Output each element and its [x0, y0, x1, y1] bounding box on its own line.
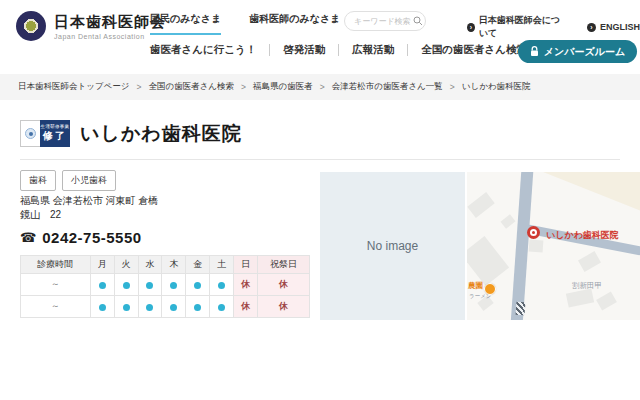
circle-arrow-icon: › [587, 23, 596, 32]
map-area-label: 割新田甲 [572, 281, 602, 291]
members-room-label: メンバーズルーム [544, 45, 625, 59]
map-road-marker-icon [516, 302, 526, 316]
phone-number: 0242-75-5550 [42, 229, 141, 246]
col-header-mon: 月 [90, 256, 114, 274]
clinic-phone: ☎ 0242-75-5550 [20, 229, 142, 246]
site-logo[interactable]: 日本歯科医師会 Japan Dental Association [16, 11, 166, 41]
breadcrumb-separator: > [241, 82, 246, 92]
map-building [529, 240, 544, 253]
map-pin-icon[interactable] [527, 226, 540, 239]
col-header-fri: 金 [186, 256, 210, 274]
open-dot-icon [218, 304, 225, 311]
nav-divider [269, 44, 270, 56]
col-header-hours: 診療時間 [21, 256, 91, 274]
clinic-name: いしかわ歯科医院 [80, 121, 242, 147]
site-header: 日本歯科医師会 Japan Dental Association 国民のみなさま… [0, 0, 640, 74]
english-label: ENGLISH [600, 22, 640, 32]
breadcrumb-separator: > [137, 82, 142, 92]
lock-icon [530, 46, 539, 57]
members-room-button[interactable]: メンバーズルーム [518, 40, 637, 63]
map-poi-label: 農園 [468, 281, 483, 291]
badge-completed-label: 修了 [43, 129, 67, 143]
seal-icon [20, 120, 40, 147]
nav-item-citizens[interactable]: 国民のみなさま [150, 12, 221, 35]
nav-item-go-to-dentist[interactable]: 歯医者さんに行こう！ [150, 43, 256, 57]
map-building [501, 214, 516, 228]
address-line-1: 福島県 会津若松市 河東町 倉橋 [20, 194, 158, 208]
breadcrumb-search[interactable]: 全国の歯医者さん検索 [148, 81, 234, 93]
department-tag-pediatric: 小児歯科 [62, 170, 116, 191]
breadcrumb-home[interactable]: 日本歯科医師会トップページ [18, 81, 130, 93]
search-input[interactable] [354, 17, 412, 26]
breadcrumb-prefecture[interactable]: 福島県の歯医者 [253, 81, 313, 93]
map-pin-label: いしかわ歯科医院 [546, 229, 619, 242]
col-header-wed: 水 [138, 256, 162, 274]
closed-cell: 休 [234, 274, 258, 296]
training-completion-badge: 生涯研修事業 修了 [20, 120, 70, 147]
nav-divider [407, 44, 408, 56]
open-dot-icon [194, 304, 201, 311]
open-dot-icon [146, 304, 153, 311]
primary-nav: 国民のみなさま 歯科医師のみなさま [150, 12, 340, 35]
time-range: ～ [21, 274, 91, 296]
open-dot-icon [123, 282, 130, 289]
closed-cell: 休 [258, 296, 310, 318]
about-jda-label: 日本歯科医師会について [479, 14, 565, 40]
closed-cell: 休 [234, 296, 258, 318]
map-canvas[interactable]: いしかわ歯科医院 農園 ラーメン 割新田甲 [467, 172, 640, 320]
open-dot-icon [146, 282, 153, 289]
time-range: ～ [21, 296, 91, 318]
no-image-label: No image [367, 239, 418, 253]
breadcrumb: 日本歯科医師会トップページ > 全国の歯医者さん検索 > 福島県の歯医者 > 会… [0, 74, 640, 100]
breadcrumb-separator: > [450, 82, 455, 92]
clinic-address: 福島県 会津若松市 河東町 倉橋 鏡山 22 [20, 194, 158, 222]
secondary-nav: 歯医者さんに行こう！ 啓発活動 広報活動 全国の歯医者さん検索 [150, 43, 527, 57]
about-jda-link[interactable]: › 日本歯科医師会について [467, 14, 565, 40]
map-building [566, 288, 594, 307]
jda-emblem-icon [16, 11, 46, 41]
col-header-sat: 土 [210, 256, 234, 274]
map-building [467, 236, 509, 286]
search-icon[interactable] [413, 16, 423, 26]
breadcrumb-city-list[interactable]: 会津若松市の歯医者さん一覧 [332, 81, 443, 93]
open-dot-icon [99, 304, 106, 311]
map-building [578, 251, 601, 272]
title-divider [20, 159, 620, 160]
circle-arrow-icon: › [467, 23, 475, 32]
no-image-placeholder: No image [320, 172, 465, 320]
map-building [596, 292, 617, 311]
closed-cell: 休 [258, 274, 310, 296]
col-header-tue: 火 [114, 256, 138, 274]
hours-table: 診療時間 月 火 水 木 金 土 日 祝祭日 ～ 休 休 [20, 255, 310, 318]
breadcrumb-separator: > [320, 82, 325, 92]
col-header-sun: 日 [234, 256, 258, 274]
nav-divider [338, 44, 339, 56]
open-dot-icon [194, 282, 201, 289]
search-box[interactable] [344, 11, 426, 31]
map-poi-sublabel: ラーメン [469, 293, 491, 300]
open-dot-icon [170, 304, 177, 311]
page: 日本歯科医師会 Japan Dental Association 国民のみなさま… [0, 0, 640, 400]
breadcrumb-current: いしかわ歯科医院 [462, 81, 531, 93]
open-dot-icon [218, 282, 225, 289]
nav-item-awareness[interactable]: 啓発活動 [283, 43, 325, 57]
col-header-holiday: 祝祭日 [258, 256, 310, 274]
nav-item-public-relations[interactable]: 広報活動 [352, 43, 394, 57]
clinic-title-row: 生涯研修事業 修了 いしかわ歯科医院 [20, 120, 242, 147]
open-dot-icon [123, 304, 130, 311]
nav-item-dentists[interactable]: 歯科医師のみなさま [249, 12, 340, 35]
english-link[interactable]: › ENGLISH [587, 22, 640, 32]
col-header-thu: 木 [162, 256, 186, 274]
open-dot-icon [170, 282, 177, 289]
hours-header-row: 診療時間 月 火 水 木 金 土 日 祝祭日 [21, 256, 310, 274]
nav-item-dentist-search[interactable]: 全国の歯医者さん検索 [421, 43, 527, 57]
utility-links: › 日本歯科医師会について › ENGLISH [467, 14, 640, 40]
address-line-2: 鏡山 22 [20, 208, 158, 222]
department-tag-dental: 歯科 [20, 170, 56, 191]
open-dot-icon [99, 282, 106, 289]
department-tags: 歯科 小児歯科 [20, 170, 116, 191]
phone-icon: ☎ [20, 230, 36, 245]
hours-row-1: ～ 休 休 [21, 274, 310, 296]
hours-row-2: ～ 休 休 [21, 296, 310, 318]
map-building [467, 192, 495, 218]
